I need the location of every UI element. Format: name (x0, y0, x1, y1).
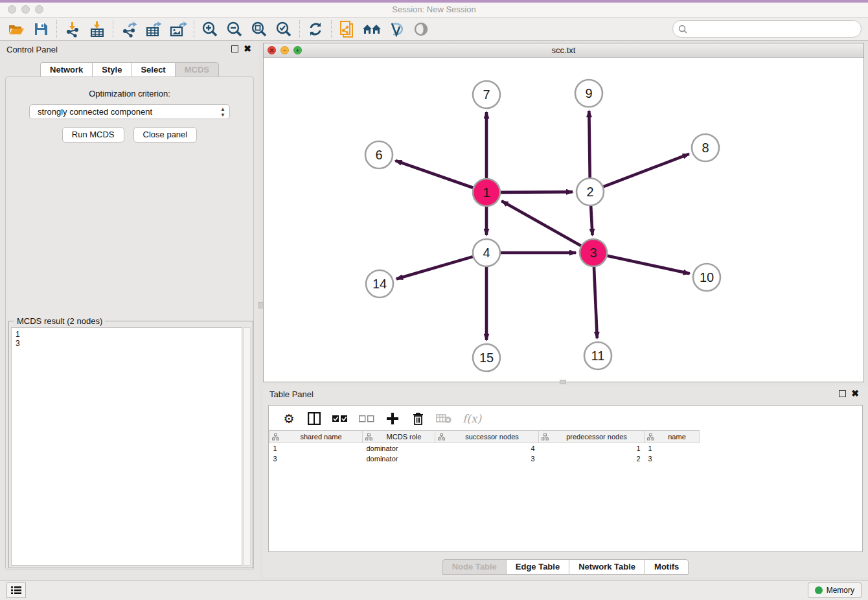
result-scrollbar[interactable] (243, 327, 251, 566)
show-overview-button[interactable] (409, 19, 433, 40)
node-14[interactable]: 14 (366, 270, 393, 297)
deselect-all-columns-icon[interactable] (359, 415, 374, 422)
node-label: 4 (483, 246, 490, 260)
table-settings-icon[interactable]: ⚙ (282, 413, 296, 425)
mcds-result-title: MCDS result (2 nodes) (14, 316, 105, 326)
zoom-fit-button[interactable] (247, 19, 271, 40)
tab-edge-table[interactable]: Edge Table (506, 559, 569, 575)
titlebar: Session: New Session (0, 3, 868, 17)
node-table-container: ⚙ f(x) (268, 405, 863, 552)
node-label: 9 (585, 86, 592, 100)
control-panel-tabs: NetworkStyleSelectMCDS (0, 62, 259, 78)
table-panel: Table Panel ✖ ⚙ (263, 386, 868, 577)
node-11[interactable]: 11 (584, 342, 611, 369)
criterion-dropdown[interactable]: strongly connected component ▲▼ (29, 104, 230, 119)
network-window-titlebar[interactable]: ✕ − + scc.txt (264, 43, 863, 58)
control-panel: Control Panel ✖ NetworkStyleSelectMCDS O… (0, 41, 259, 580)
node-8[interactable]: 8 (692, 134, 719, 161)
tab-select[interactable]: Select (131, 62, 174, 78)
column-header-successor-nodes[interactable]: successor nodes (435, 431, 539, 443)
edge-2-9[interactable] (589, 111, 589, 178)
table-row[interactable]: 1dominator411 (269, 443, 863, 454)
edge-3-11[interactable] (594, 267, 597, 338)
export-image-button[interactable] (166, 19, 190, 40)
toolbar-separator (194, 20, 194, 38)
column-layout-icon[interactable] (307, 412, 321, 425)
network-canvas[interactable]: 7968124314101511 (264, 58, 863, 382)
float-panel-icon[interactable] (839, 390, 846, 397)
tab-node-table[interactable]: Node Table (442, 559, 506, 575)
export-table-icon (145, 21, 162, 38)
tab-network[interactable]: Network (40, 62, 92, 78)
main-toolbar (0, 17, 868, 41)
node-10[interactable]: 10 (693, 264, 720, 291)
zoom-in-icon (201, 21, 218, 38)
node-label: 8 (702, 141, 709, 155)
clone-network-button[interactable] (335, 19, 360, 40)
open-folder-icon (8, 21, 25, 37)
column-header-spacer (700, 431, 863, 443)
tab-network-table[interactable]: Network Table (569, 559, 645, 575)
edge-4-14[interactable] (396, 257, 473, 279)
select-all-columns-icon[interactable] (332, 415, 348, 422)
column-header-MCDS-role[interactable]: MCDS role (363, 431, 435, 443)
node-15[interactable]: 15 (473, 344, 500, 371)
hide-graphics-details-button[interactable] (384, 19, 409, 40)
export-table-button[interactable] (141, 19, 166, 40)
column-header-shared-name[interactable]: shared name (269, 431, 363, 443)
table-row[interactable]: 3dominator323 (269, 454, 863, 464)
add-column-icon[interactable] (385, 413, 400, 424)
delete-table-icon[interactable] (436, 413, 451, 424)
zoom-out-button[interactable] (222, 19, 247, 40)
toolbar-separator (331, 20, 332, 38)
refresh-button[interactable] (303, 19, 328, 40)
column-header-predecessor-nodes[interactable]: predecessor nodes (539, 431, 645, 443)
table-panel-header: Table Panel ✖ (263, 386, 868, 403)
home-layout-button[interactable] (360, 19, 384, 40)
horizontal-splitter-handle[interactable] (560, 380, 566, 384)
tab-motifs[interactable]: Motifs (645, 559, 689, 575)
close-panel-icon[interactable]: ✖ (244, 43, 251, 54)
node-2[interactable]: 2 (577, 178, 604, 205)
network-window-title: scc.txt (264, 45, 863, 55)
mcds-tab-pane: Optimization criterion: strongly connect… (5, 76, 254, 570)
edge-1-2[interactable] (501, 192, 573, 192)
tab-style[interactable]: Style (92, 62, 131, 78)
zoom-in-button[interactable] (198, 19, 222, 40)
zoom-selected-button[interactable] (271, 19, 296, 40)
edge-1-6[interactable] (395, 161, 473, 188)
edge-3-1[interactable] (502, 201, 581, 246)
node-4[interactable]: 4 (473, 239, 500, 266)
float-panel-icon[interactable] (231, 45, 238, 52)
node-7[interactable]: 7 (473, 81, 500, 108)
close-panel-icon[interactable]: ✖ (851, 388, 859, 398)
tab-mcds[interactable]: MCDS (175, 62, 219, 78)
edge-2-8[interactable] (604, 154, 689, 187)
node-label: 11 (591, 349, 605, 363)
memory-button[interactable]: Memory (808, 583, 862, 598)
export-network-button[interactable] (117, 19, 141, 40)
node-label: 10 (700, 270, 714, 284)
task-history-button[interactable] (6, 583, 26, 598)
column-header-name[interactable]: name (645, 431, 700, 443)
node-9[interactable]: 9 (575, 80, 602, 107)
run-mcds-button[interactable]: Run MCDS (62, 127, 124, 143)
mcds-result-text[interactable]: 1 3 (11, 327, 242, 566)
edge-3-10[interactable] (607, 256, 689, 274)
import-table-button[interactable] (85, 19, 109, 40)
table-toolbar: ⚙ f(x) (269, 406, 862, 430)
table-panel-tabs: Node TableEdge TableNetwork TableMotifs (263, 559, 868, 575)
save-session-button[interactable] (29, 19, 53, 40)
import-network-button[interactable] (60, 19, 85, 40)
list-icon (11, 586, 21, 595)
edge-2-3[interactable] (591, 206, 592, 235)
toolbar-separator (56, 20, 57, 38)
node-1[interactable]: 1 (473, 179, 500, 206)
node-6[interactable]: 6 (365, 141, 393, 168)
close-panel-button[interactable]: Close panel (133, 127, 198, 143)
search-input[interactable] (691, 25, 861, 34)
delete-column-icon[interactable] (411, 412, 425, 425)
function-builder-icon[interactable]: f(x) (463, 412, 481, 425)
node-3[interactable]: 3 (580, 239, 607, 266)
open-session-button[interactable] (4, 19, 29, 40)
